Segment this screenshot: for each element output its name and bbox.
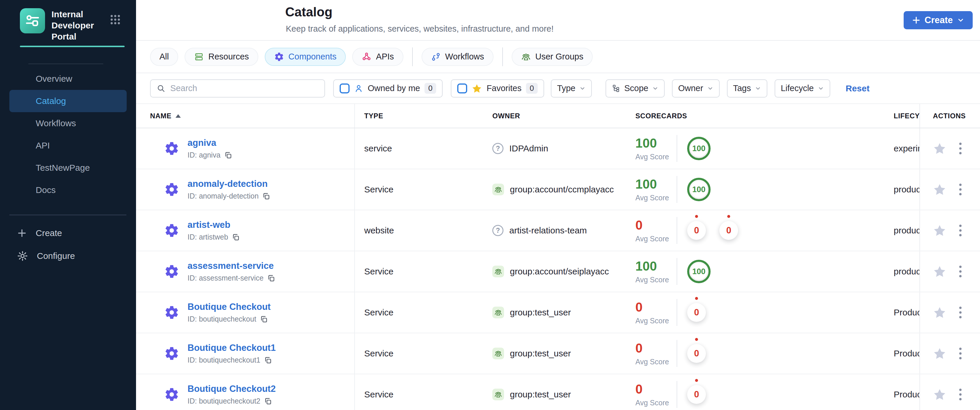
entity-id: ID: boutiquecheckout2: [188, 397, 260, 405]
scorecards-header-label: SCORECARDS: [635, 112, 687, 120]
type-cell: Service: [355, 169, 492, 210]
sidebar-item-docs[interactable]: Docs: [0, 179, 136, 201]
entity-name-link[interactable]: anomaly-detection: [188, 179, 270, 189]
column-header-type[interactable]: TYPE: [355, 104, 492, 128]
copy-icon[interactable]: [264, 397, 272, 405]
sidebar-divider-top: [29, 64, 103, 64]
scorecard-score-circle[interactable]: 0: [687, 385, 706, 404]
tab-all[interactable]: All: [150, 48, 178, 66]
column-header-lifecycle[interactable]: LIFECYCLE: [894, 104, 920, 128]
tab-user-groups-label: User Groups: [535, 52, 583, 62]
scorecard-score-circle[interactable]: 100: [687, 137, 711, 160]
create-button[interactable]: Create: [904, 11, 973, 29]
sidebar-item-workflows[interactable]: Workflows: [0, 112, 136, 134]
scorecard-score-circle[interactable]: 100: [687, 178, 711, 201]
column-header-name[interactable]: NAME: [136, 104, 355, 128]
component-gear-icon: [164, 387, 179, 402]
scorecard-score-circle[interactable]: 0: [687, 344, 706, 363]
actions-cell: [920, 210, 980, 251]
scorecard-score-circle[interactable]: 100: [687, 260, 711, 283]
sidebar-item-testnewpage[interactable]: TestNewPage: [0, 157, 136, 179]
app-logo[interactable]: [20, 8, 45, 34]
owner-header-label: OWNER: [492, 112, 520, 120]
avg-score-value: 0: [635, 218, 675, 233]
avg-score-label: Avg Score: [635, 153, 675, 161]
entity-id: ID: anomaly-detection: [188, 192, 259, 200]
sidebar-item-api[interactable]: API: [0, 134, 136, 157]
entity-name-link[interactable]: artist-web: [188, 220, 240, 230]
owner-name: IDPAdmin: [509, 144, 548, 153]
scope-filter-dropdown[interactable]: Scope: [606, 79, 665, 97]
tags-filter-dropdown[interactable]: Tags: [727, 79, 767, 97]
column-header-scorecards[interactable]: SCORECARDS: [635, 104, 894, 128]
sidebar-create-button[interactable]: Create: [0, 222, 136, 244]
row-menu-kebab-icon[interactable]: [959, 143, 962, 154]
favorite-star-icon[interactable]: [933, 388, 947, 401]
owner-cell: group:account/seiplayacc: [492, 251, 635, 292]
gear-icon: [274, 52, 284, 62]
scorecard-badges: 0: [687, 385, 706, 404]
tab-components[interactable]: Components: [265, 48, 346, 66]
tab-resources[interactable]: Resources: [185, 48, 258, 66]
copy-icon[interactable]: [267, 274, 275, 282]
favorite-star-icon[interactable]: [933, 265, 947, 278]
name-cell: artist-web ID: artistweb: [136, 210, 355, 251]
copy-icon[interactable]: [232, 233, 240, 241]
kind-tabs: All Resources Components: [136, 41, 980, 73]
entity-id: ID: artistweb: [188, 233, 228, 241]
owner-cell: artist-relations-team: [492, 210, 635, 251]
sidebar-configure-button[interactable]: Configure: [0, 244, 136, 267]
copy-icon[interactable]: [224, 151, 232, 159]
name-cell: Boutique Checkout2 ID: boutiquecheckout2: [136, 374, 355, 410]
owner-filter-label: Owner: [678, 83, 703, 93]
favorite-star-icon[interactable]: [933, 183, 947, 196]
entity-name-link[interactable]: Boutique Checkout: [188, 302, 270, 312]
favorite-star-icon[interactable]: [933, 347, 947, 360]
entity-name-link[interactable]: Boutique Checkout1: [188, 343, 275, 353]
copy-icon[interactable]: [264, 356, 272, 364]
table-header: NAME TYPE OWNER SCORECARDS LIFECYCLE ACT…: [136, 104, 980, 128]
entity-name-link[interactable]: agniva: [188, 138, 232, 148]
owned-by-me-checkbox[interactable]: [340, 83, 350, 93]
tab-apis[interactable]: APIs: [352, 48, 403, 66]
row-menu-kebab-icon[interactable]: [959, 389, 962, 400]
scorecards-cell: 0 Avg Score 0: [635, 333, 894, 374]
lifecycle-filter-dropdown[interactable]: Lifecycle: [775, 79, 830, 97]
entity-name-link[interactable]: assessment-service: [188, 261, 275, 271]
lifecycle-cell: production: [894, 169, 920, 210]
scorecard-score-circle[interactable]: 0: [687, 221, 706, 240]
copy-icon[interactable]: [262, 192, 270, 200]
lifecycle-value: production: [894, 225, 920, 236]
app-switcher-grid-icon[interactable]: [109, 13, 121, 27]
column-header-owner[interactable]: OWNER: [492, 104, 635, 128]
sort-ascending-icon: [175, 114, 181, 118]
sidebar-item-overview[interactable]: Overview: [0, 68, 136, 90]
entity-type: Service: [364, 348, 393, 359]
type-filter-dropdown[interactable]: Type: [551, 79, 592, 97]
favorites-checkbox[interactable]: [457, 83, 467, 93]
avg-score-value: 100: [635, 259, 675, 274]
entity-name-link[interactable]: Boutique Checkout2: [188, 384, 275, 394]
reset-filters-link[interactable]: Reset: [846, 83, 870, 93]
row-menu-kebab-icon[interactable]: [959, 348, 962, 359]
favorites-filter[interactable]: Favorites 0: [451, 79, 544, 97]
row-menu-kebab-icon[interactable]: [959, 225, 962, 236]
favorites-label: Favorites: [487, 83, 521, 93]
sidebar-item-catalog[interactable]: Catalog: [10, 90, 127, 112]
favorite-star-icon[interactable]: [933, 224, 947, 237]
owned-by-me-filter[interactable]: Owned by me 0: [333, 79, 442, 97]
scorecard-score-circle[interactable]: 0: [719, 221, 738, 240]
copy-icon[interactable]: [260, 315, 268, 323]
row-menu-kebab-icon[interactable]: [959, 183, 962, 195]
row-menu-kebab-icon[interactable]: [959, 306, 962, 318]
scorecard-score-circle[interactable]: 0: [687, 303, 706, 322]
favorite-star-icon[interactable]: [933, 306, 947, 319]
owner-filter-dropdown[interactable]: Owner: [672, 79, 719, 97]
search-input[interactable]: [170, 83, 318, 93]
table-row: assessment-service ID: assessment-servic…: [136, 251, 980, 292]
row-menu-kebab-icon[interactable]: [959, 266, 962, 278]
tab-user-groups[interactable]: User Groups: [512, 48, 593, 66]
favorite-star-icon[interactable]: [933, 142, 947, 155]
tab-workflows[interactable]: Workflows: [422, 48, 493, 66]
owner-name: group:test_user: [510, 389, 571, 399]
